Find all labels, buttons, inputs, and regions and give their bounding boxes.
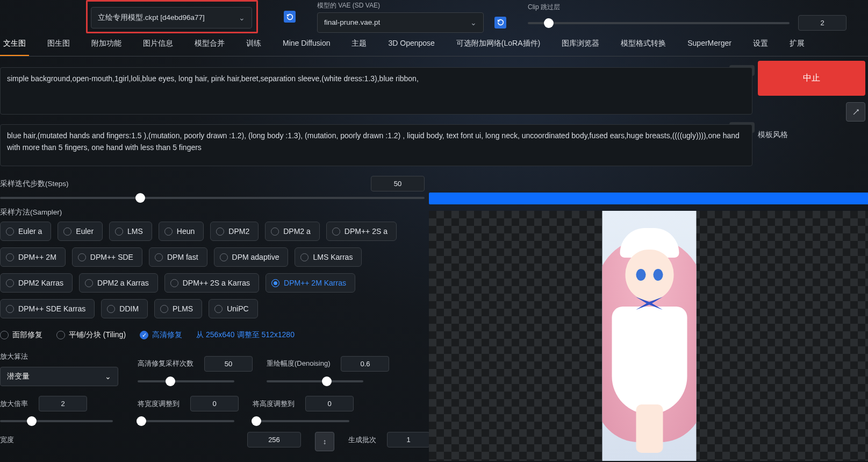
chevron-down-icon: ⌄	[105, 372, 111, 381]
sampler-option[interactable]: UniPC	[209, 299, 257, 318]
tab-12[interactable]: SuperMerger	[684, 33, 735, 56]
sampler-option[interactable]: DPM++ 2S a Karras	[164, 273, 259, 293]
denoising-label: 重绘幅度(Denoising)	[267, 359, 330, 368]
sampler-options: Euler aEulerLMSHeunDPM2DPM2 aDPM++ 2S aD…	[0, 222, 425, 318]
sampler-option[interactable]: Euler	[58, 222, 103, 241]
tab-11[interactable]: 模型格式转换	[618, 33, 669, 56]
tab-7[interactable]: 主题	[348, 33, 370, 56]
resize-height-value[interactable]: 0	[305, 396, 354, 411]
upscale-label: 放大倍率	[0, 399, 28, 409]
generated-image[interactable]	[602, 211, 697, 461]
sampler-option[interactable]: DPM2 a Karras	[79, 273, 158, 293]
sampler-option[interactable]: DPM2 a	[265, 222, 320, 241]
sampler-option[interactable]: DDIM	[101, 299, 148, 318]
model-select-value: 立绘专用模型.ckpt [d4ebd96a77]	[98, 13, 205, 23]
vae-refresh-button[interactable]	[494, 17, 506, 29]
prompt-input[interactable]: simple background,open-mouth,1girl,loli,…	[0, 67, 752, 115]
resize-width-value[interactable]: 0	[190, 396, 239, 411]
sampler-option[interactable]: Heun	[159, 222, 204, 241]
sampler-option[interactable]: DPM2	[210, 222, 259, 241]
width-value[interactable]: 256	[247, 432, 301, 447]
hires-resize-info: 从 256x640 调整至 512x1280	[196, 330, 295, 340]
tab-9[interactable]: 可选附加网络(LoRA插件)	[453, 33, 543, 56]
width-label: 宽度	[0, 435, 14, 445]
tab-10[interactable]: 图库浏览器	[558, 33, 602, 56]
sampler-option[interactable]: DPM++ 2M Karras	[266, 273, 355, 293]
prompt-tool-button[interactable]	[846, 102, 865, 122]
sampler-option[interactable]: DPM++ SDE	[72, 247, 142, 267]
hires-checkbox[interactable]: 高清修复	[140, 330, 182, 340]
tab-5[interactable]: 训练	[243, 33, 264, 56]
generation-progress-bar	[429, 193, 868, 204]
chevron-down-icon: ⌄	[470, 18, 477, 27]
upscale-value[interactable]: 2	[39, 396, 87, 411]
batch-count-value[interactable]: 1	[387, 432, 430, 447]
clip-skip-value[interactable]: 2	[798, 15, 847, 31]
resize-height-slider[interactable]	[253, 420, 349, 422]
tab-6[interactable]: Mine Diffusion	[279, 33, 333, 56]
vae-label: 模型的 VAE (SD VAE)	[317, 1, 506, 10]
tab-4[interactable]: 模型合并	[191, 33, 228, 56]
negative-prompt-input[interactable]: blue hair,(mutated hands and fingers:1.5…	[0, 124, 752, 166]
denoising-slider[interactable]	[267, 380, 363, 382]
swap-dimensions-button[interactable]: ↕	[315, 432, 334, 451]
sampler-option[interactable]: DPM fast	[149, 247, 207, 267]
steps-label: 采样迭代步数(Steps)	[0, 179, 69, 189]
vae-select-value: final-prune.vae.pt	[324, 18, 380, 26]
resize-width-slider[interactable]	[138, 420, 234, 422]
clip-skip-slider[interactable]	[528, 22, 790, 24]
sampler-option[interactable]: DPM++ 2M	[0, 247, 66, 267]
sampler-option[interactable]: LMS Karras	[295, 247, 362, 267]
chevron-down-icon: ⌄	[239, 13, 245, 22]
sampler-option[interactable]: DPM adaptive	[214, 247, 289, 267]
hires-steps-label: 高清修复采样次数	[138, 359, 193, 368]
tiling-checkbox[interactable]: 平铺/分块 (Tiling)	[56, 330, 126, 340]
sampler-option[interactable]: LMS	[109, 222, 152, 241]
tab-8[interactable]: 3D Openpose	[385, 33, 437, 56]
batch-count-label: 生成批次	[348, 435, 376, 445]
tab-3[interactable]: 图片信息	[140, 33, 176, 56]
sampler-option[interactable]: DPM++ 2S a	[326, 222, 397, 241]
main-tabs: 文生图图生图附加功能图片信息模型合并训练Mine Diffusion主题3D O…	[0, 33, 868, 56]
steps-slider[interactable]	[0, 197, 425, 199]
denoising-value[interactable]: 0.6	[341, 356, 389, 372]
tab-1[interactable]: 图生图	[44, 33, 73, 56]
hires-steps-value[interactable]: 50	[204, 356, 253, 372]
upscale-slider[interactable]	[0, 420, 113, 422]
model-refresh-button[interactable]	[284, 11, 296, 23]
preview-canvas	[429, 211, 868, 461]
steps-value[interactable]: 50	[371, 176, 425, 191]
tab-0[interactable]: 文生图	[0, 33, 29, 56]
tab-2[interactable]: 附加功能	[88, 33, 125, 56]
tab-13[interactable]: 设置	[750, 33, 771, 56]
sampler-option[interactable]: DPM++ SDE Karras	[0, 299, 95, 318]
resize-width-label: 将宽度调整到	[138, 399, 180, 409]
resize-height-label: 将高度调整到	[253, 399, 295, 409]
model-select-highlight: 立绘专用模型.ckpt [d4ebd96a77] ⌄	[86, 0, 258, 33]
face-restore-checkbox[interactable]: 面部修复	[0, 330, 42, 340]
sampler-option[interactable]: Euler a	[0, 222, 51, 241]
upscaler-label: 放大算法	[0, 352, 124, 361]
style-label: 模板风格	[758, 130, 788, 140]
upscaler-select[interactable]: 潜变量 ⌄	[0, 367, 118, 386]
model-select[interactable]: 立绘专用模型.ckpt [d4ebd96a77] ⌄	[91, 7, 252, 29]
sampler-option[interactable]: PLMS	[154, 299, 202, 318]
clip-skip-label: Clip 跳过层	[528, 3, 847, 12]
tab-14[interactable]: 扩展	[786, 33, 808, 56]
stop-button[interactable]: 中止	[758, 61, 865, 96]
sampler-option[interactable]: DPM2 Karras	[0, 273, 73, 293]
vae-select[interactable]: final-prune.vae.pt ⌄	[317, 12, 484, 33]
hires-steps-slider[interactable]	[138, 380, 234, 382]
